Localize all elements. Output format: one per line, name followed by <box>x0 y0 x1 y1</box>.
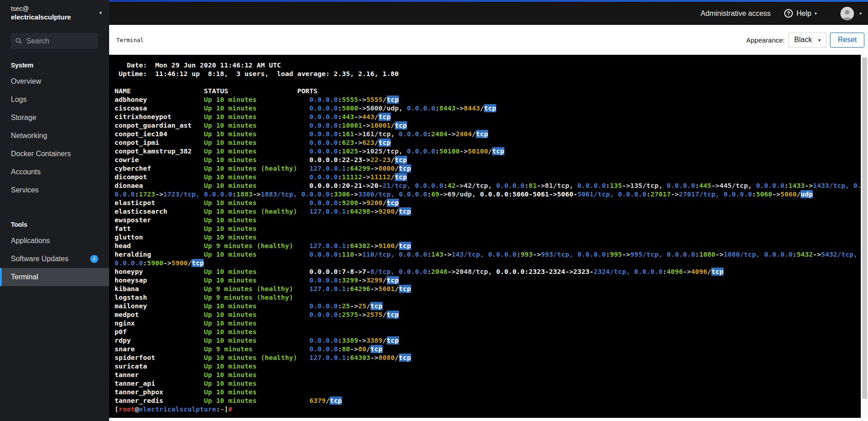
terminal-scrollbar[interactable] <box>861 55 868 418</box>
terminal-line: elasticpot Up 10 minutes 0.0.0.0:9200->9… <box>115 199 861 207</box>
help-icon: ? <box>784 9 793 18</box>
terminal-line: nginx Up 10 minutes <box>115 319 861 328</box>
appearance-select[interactable]: Black ▾ <box>788 33 826 48</box>
appearance-value: Black <box>794 36 812 44</box>
terminal-line: kibana Up 9 minutes (healthy) 127.0.0.1:… <box>115 285 861 293</box>
terminal-line: NAME STATUS PORTS <box>115 87 861 96</box>
sidebar-nav: SystemOverviewLogsStorageNetworkingDocke… <box>0 62 109 286</box>
terminal-line: logstash Up 9 minutes (healthy) <box>115 293 861 302</box>
help-menu[interactable]: ? Help ▾ <box>784 9 817 18</box>
sidebar: tsec@ electricalsculpture ▾ SystemOvervi… <box>0 0 109 421</box>
admin-access-label: Administrative access <box>700 10 771 18</box>
sidebar-item-label: Docker Containers <box>11 149 71 158</box>
terminal-line: cyberchef Up 10 minutes (healthy) 127.0.… <box>115 164 861 173</box>
sidebar-item-applications[interactable]: Applications <box>0 232 109 250</box>
terminal-line: honeypy Up 10 minutes 0.0.0.0:7-8->7-8/t… <box>115 268 861 276</box>
terminal-line: [root@electricalsculpture:~]# <box>115 405 861 414</box>
terminal-line: citrixhoneypot Up 10 minutes 0.0.0.0:443… <box>115 113 861 121</box>
terminal-line: glutton Up 10 minutes <box>115 233 861 242</box>
sidebar-item-label: Terminal <box>11 273 38 282</box>
nav-section-tools: Tools <box>0 221 109 228</box>
terminal-line: tanner Up 10 minutes <box>115 371 861 379</box>
terminal-line: heralding Up 10 minutes 0.0.0.0:110->110… <box>115 250 861 259</box>
terminal-line: medpot Up 10 minutes 0.0.0.0:2575->2575/… <box>115 311 861 319</box>
terminal-screen[interactable]: Date: Mon 29 Jun 2020 11:46:12 AM UTC Up… <box>109 55 861 418</box>
host-switcher[interactable]: tsec@ electricalsculpture ▾ <box>0 0 109 25</box>
search-input[interactable] <box>26 37 85 45</box>
nav-section-system: System <box>0 62 109 69</box>
terminal-line: mailoney Up 10 minutes 0.0.0.0:25->25/tc… <box>115 302 861 311</box>
sidebar-item-docker-containers[interactable]: Docker Containers <box>0 145 109 163</box>
terminal-line: Date: Mon 29 Jun 2020 11:46:12 AM UTC <box>115 61 861 70</box>
terminal-scrollbar-thumb[interactable] <box>862 57 867 399</box>
sidebar-item-label: Software Updates <box>11 254 68 263</box>
user-icon <box>840 7 854 20</box>
terminal-line: tanner_api Up 10 minutes <box>115 379 861 388</box>
avatar <box>840 7 854 20</box>
chevron-down-icon: ▾ <box>818 38 820 43</box>
account-hostname: electricalsculpture <box>11 13 96 21</box>
sidebar-item-label: Accounts <box>11 167 41 177</box>
sidebar-item-software-updates[interactable]: Software Updatesi <box>0 250 109 268</box>
terminal-line <box>115 78 861 87</box>
terminal-line: tanner_phpox Up 10 minutes <box>115 388 861 397</box>
sidebar-item-label: Overview <box>11 77 41 86</box>
info-icon: i <box>90 255 98 263</box>
sidebar-item-terminal[interactable]: Terminal <box>0 268 109 286</box>
page-title: Terminal <box>116 37 144 43</box>
appearance-label: Appearance: <box>746 36 785 44</box>
cockpit-app: tsec@ electricalsculpture ▾ SystemOvervi… <box>0 0 868 421</box>
reset-button[interactable]: Reset <box>830 33 864 48</box>
terminal-line: dionaea Up 10 minutes 0.0.0.0:20-21->20-… <box>115 182 861 190</box>
sidebar-item-storage[interactable]: Storage <box>0 109 109 127</box>
terminal-line: conpot_kamstrup_382 Up 10 minutes 0.0.0.… <box>115 147 861 156</box>
terminal-line: 0.0.0.0:5900->5900/tcp <box>115 259 861 268</box>
terminal-line: ewsposter Up 10 minutes <box>115 216 861 225</box>
search-icon <box>15 38 22 44</box>
terminal-line: dicompot Up 10 minutes 0.0.0.0:11112->11… <box>115 173 861 182</box>
page-header: Terminal Appearance: Black ▾ Reset <box>109 25 868 55</box>
terminal-line: tanner_redis Up 10 minutes 6379/tcp <box>115 397 861 405</box>
sidebar-item-accounts[interactable]: Accounts <box>0 163 109 181</box>
terminal-line: elasticsearch Up 10 minutes (healthy) 12… <box>115 207 861 216</box>
help-label: Help <box>796 10 811 18</box>
sidebar-item-overview[interactable]: Overview <box>0 72 109 91</box>
sidebar-item-label: Logs <box>11 95 27 104</box>
session-menu[interactable]: ▾ <box>840 7 862 20</box>
sidebar-item-label: Services <box>11 186 38 195</box>
sidebar-item-services[interactable]: Services <box>0 181 109 199</box>
terminal-line: snare Up 9 minutes 0.0.0.0:80->80/tcp <box>115 345 861 354</box>
search-box[interactable] <box>11 33 98 49</box>
terminal-line: 0.0.0:1723->1723/tcp, 0.0.0.0:1883->1883… <box>115 190 861 199</box>
terminal-line: p0f Up 10 minutes <box>115 328 861 336</box>
sidebar-item-label: Networking <box>11 131 47 140</box>
masthead-accent-stripe <box>109 0 868 2</box>
terminal-line: conpot_guardian_ast Up 10 minutes 0.0.0.… <box>115 121 861 130</box>
terminal-line: adbhoney Up 10 minutes 0.0.0.0:5555->555… <box>115 96 861 104</box>
chevron-down-icon: ▾ <box>815 11 817 16</box>
terminal-line: Uptime: 11:46:12 up 8:18, 3 users, load … <box>115 70 861 78</box>
sidebar-item-logs[interactable]: Logs <box>0 91 109 109</box>
terminal-line: conpot_ipmi Up 10 minutes 0.0.0.0:623->6… <box>115 139 861 147</box>
terminal-line: spiderfoot Up 10 minutes (healthy) 127.0… <box>115 354 861 362</box>
sidebar-item-label: Storage <box>11 113 36 122</box>
terminal-line: fatt Up 10 minutes <box>115 225 861 233</box>
sidebar-item-networking[interactable]: Networking <box>0 127 109 145</box>
terminal-line: head Up 9 minutes (healthy) 127.0.0.1:64… <box>115 242 861 250</box>
terminal-line: conpot_iec104 Up 10 minutes 0.0.0.0:161-… <box>115 130 861 139</box>
masthead: Administrative access ? Help ▾ ▾ <box>109 0 868 25</box>
terminal-line: suricata Up 10 minutes <box>115 362 861 371</box>
terminal-line: honeysap Up 10 minutes 0.0.0.0:3299->329… <box>115 276 861 285</box>
terminal-line: cowrie Up 10 minutes 0.0.0.0:22-23->22-2… <box>115 156 861 164</box>
terminal-line: ciscoasa Up 10 minutes 0.0.0.0:5000->500… <box>115 104 861 113</box>
terminal-line: rdpy Up 10 minutes 0.0.0.0:3389->3389/tc… <box>115 336 861 345</box>
account-user: tsec@ <box>11 5 96 13</box>
sidebar-item-label: Applications <box>11 236 50 245</box>
chevron-down-icon: ▾ <box>99 10 102 16</box>
chevron-down-icon: ▾ <box>859 11 862 16</box>
